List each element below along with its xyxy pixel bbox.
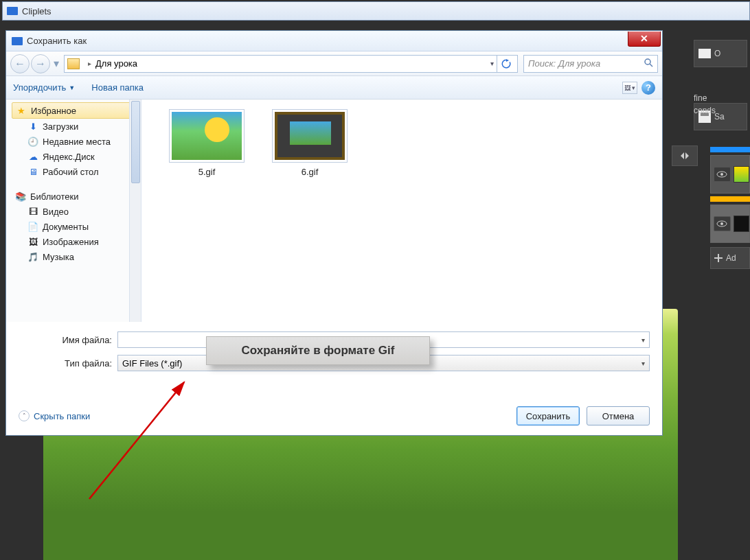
refine-label: fine xyxy=(690,93,707,103)
folder-icon xyxy=(698,49,711,58)
open-button[interactable]: O xyxy=(694,40,747,67)
music-icon: 🎵 xyxy=(27,251,39,262)
add-layer-button[interactable]: Ad xyxy=(710,247,750,269)
layer-strip-2 xyxy=(710,196,750,202)
tree-libraries[interactable]: 📚Библиотеки xyxy=(12,189,141,204)
eye-icon xyxy=(716,220,727,227)
eye-icon xyxy=(716,171,727,178)
close-icon: ✕ xyxy=(640,33,648,44)
nav-row: ← → ▾ ▸ Для урока ▾ Поиск: Для урока xyxy=(6,51,662,76)
tree-images-label: Изображения xyxy=(43,237,99,247)
visibility-toggle-1[interactable] xyxy=(714,167,731,182)
svg-point-4 xyxy=(720,173,723,176)
tree-libraries-label: Библиотеки xyxy=(30,191,78,202)
tree-video-label: Видео xyxy=(43,207,69,217)
star-icon: ★ xyxy=(15,105,27,116)
cancel-button-label: Отмена xyxy=(602,411,635,421)
download-icon: ⬇ xyxy=(27,121,39,132)
help-icon: ? xyxy=(646,82,651,93)
address-bar[interactable]: ▸ Для урока ▾ xyxy=(64,55,518,73)
file-list[interactable]: 5.gif 6.gif xyxy=(141,100,662,322)
document-icon: 📄 xyxy=(27,221,39,232)
layer-strip-1 xyxy=(710,147,750,152)
svg-line-8 xyxy=(650,64,652,67)
tree-favorites-label: Избранное xyxy=(31,106,76,116)
chevron-down-icon[interactable]: ▾ xyxy=(641,336,645,344)
tree-yadisk[interactable]: ☁Яндекс.Диск xyxy=(12,149,141,164)
right-panel: O Sa fine conds Ad xyxy=(690,21,750,560)
file-thumbnail xyxy=(272,109,348,163)
nav-history-dropdown[interactable]: ▾ xyxy=(52,54,61,73)
tree-favorites[interactable]: ★Избранное xyxy=(12,102,135,119)
parent-titlebar[interactable]: Cliplets xyxy=(2,1,750,21)
annotation-callout: Сохраняйте в формате Gif xyxy=(206,336,430,365)
breadcrumb-separator: ▸ xyxy=(88,60,91,67)
app-flag-icon xyxy=(7,7,18,15)
hide-folders-link[interactable]: ˄ Скрыть папки xyxy=(19,410,90,421)
tree-desktop[interactable]: 🖥Рабочий стол xyxy=(12,164,141,179)
tree-desktop-label: Рабочий стол xyxy=(43,167,99,177)
search-placeholder: Поиск: Для урока xyxy=(528,58,600,69)
tree-documents-label: Документы xyxy=(43,222,89,232)
search-input[interactable]: Поиск: Для урока xyxy=(523,55,658,73)
close-button[interactable]: ✕ xyxy=(628,32,661,47)
nav-forward-button[interactable]: → xyxy=(31,54,50,73)
chevron-up-icon: ˄ xyxy=(19,410,30,421)
tree-video[interactable]: 🎞Видео xyxy=(12,204,141,219)
cliplets-window: Cliplets O Sa fine conds xyxy=(0,0,750,560)
refresh-button[interactable] xyxy=(497,55,514,73)
layer-row-1[interactable] xyxy=(710,155,750,194)
nav-tree: ★Избранное ⬇Загрузки 🕘Недавние места ☁Ян… xyxy=(6,100,141,322)
annotation-text: Сохраняйте в формате Gif xyxy=(242,344,395,358)
chevron-down-icon[interactable]: ▾ xyxy=(641,360,645,367)
arrow-right-icon: → xyxy=(35,58,46,70)
tree-recent[interactable]: 🕘Недавние места xyxy=(12,134,141,149)
view-icon: 🖼 xyxy=(624,84,630,91)
scrollbar-thumb[interactable] xyxy=(131,101,140,183)
layers-panel: Ad xyxy=(710,144,750,419)
recent-icon: 🕘 xyxy=(27,136,39,147)
cloud-icon: ☁ xyxy=(27,151,39,162)
cancel-button[interactable]: Отмена xyxy=(587,406,650,425)
save-button[interactable]: Сохранить xyxy=(516,406,580,425)
mirror-button[interactable] xyxy=(672,145,698,166)
tree-images[interactable]: 🖼Изображения xyxy=(12,234,141,249)
layer-thumb-2 xyxy=(734,215,749,232)
tree-downloads[interactable]: ⬇Загрузки xyxy=(12,119,141,134)
file-item[interactable]: 6.gif xyxy=(265,109,354,177)
organize-menu[interactable]: Упорядочить ▼ xyxy=(13,82,75,93)
organize-label: Упорядочить xyxy=(13,82,66,93)
new-folder-label: Новая папка xyxy=(91,82,144,93)
file-name: 6.gif xyxy=(265,167,354,177)
tree-music[interactable]: 🎵Музыка xyxy=(12,249,141,264)
filetype-value: GIF Files (*.gif) xyxy=(122,358,182,369)
dialog-titlebar[interactable]: Сохранить как ✕ xyxy=(6,31,662,51)
breadcrumb-segment[interactable]: Для урока xyxy=(95,58,137,69)
filename-label: Имя файла: xyxy=(19,335,117,345)
new-folder-button[interactable]: Новая папка xyxy=(91,82,144,93)
tree-scrollbar[interactable] xyxy=(129,100,141,322)
plus-icon xyxy=(714,253,723,263)
help-button[interactable]: ? xyxy=(641,81,655,95)
tree-documents[interactable]: 📄Документы xyxy=(12,219,141,234)
tree-downloads-label: Загрузки xyxy=(43,121,78,132)
view-mode-button[interactable]: 🖼▾ xyxy=(622,82,637,94)
nav-back-button[interactable]: ← xyxy=(10,54,30,73)
address-dropdown[interactable]: ▾ xyxy=(488,60,497,67)
file-item[interactable]: 5.gif xyxy=(162,109,251,177)
svg-point-6 xyxy=(720,222,723,225)
image-icon: 🖼 xyxy=(27,236,39,247)
file-thumbnail xyxy=(169,109,245,163)
save-as-dialog: Сохранить как ✕ ← → ▾ ▸ Для урока ▾ Поис… xyxy=(5,30,663,436)
mirror-icon xyxy=(679,151,690,161)
search-icon xyxy=(644,58,653,69)
hide-folders-label: Скрыть папки xyxy=(34,411,90,421)
dialog-footer: ˄ Скрыть папки Сохранить Отмена xyxy=(6,397,662,435)
layer-row-2[interactable] xyxy=(710,205,750,243)
svg-rect-0 xyxy=(698,49,711,58)
dialog-flag-icon xyxy=(12,37,23,45)
visibility-toggle-2[interactable] xyxy=(714,216,731,231)
monitor-icon: 🖥 xyxy=(27,166,39,177)
add-layer-label: Ad xyxy=(726,253,736,263)
arrow-left-icon: ← xyxy=(14,58,25,70)
